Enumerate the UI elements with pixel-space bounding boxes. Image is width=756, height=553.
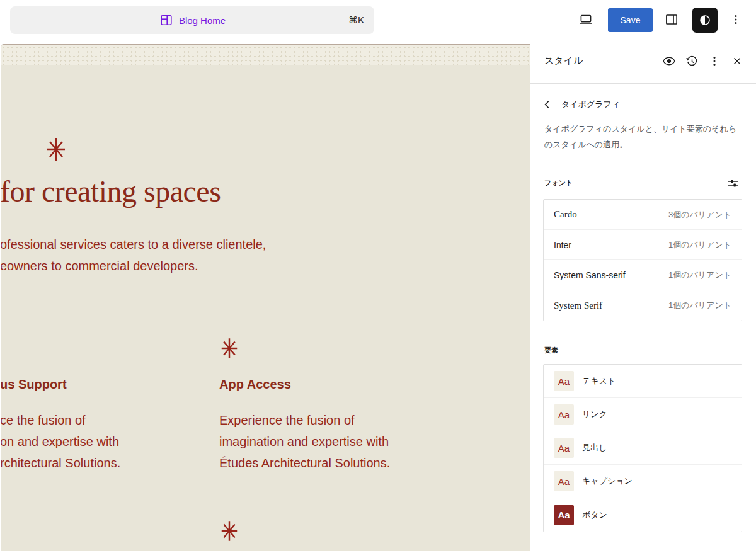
close-icon bbox=[730, 54, 744, 68]
hero-heading[interactable]: for creating spaces bbox=[1, 174, 220, 208]
font-name: System Serif bbox=[554, 300, 602, 311]
element-item-text[interactable]: Aa テキスト bbox=[544, 365, 742, 398]
element-label: キャプション bbox=[582, 476, 633, 487]
editor-canvas-frame: for creating spaces ofessional services … bbox=[0, 38, 530, 553]
font-name: System Sans-serif bbox=[554, 270, 626, 280]
asterisk-decoration[interactable] bbox=[220, 520, 238, 542]
settings-sidebar-toggle[interactable] bbox=[659, 7, 684, 32]
hero-paragraph-line1: ofessional services caters to a diverse … bbox=[1, 234, 266, 255]
preview-device-button[interactable] bbox=[573, 7, 598, 32]
template-icon bbox=[159, 13, 174, 28]
revisions-history-icon bbox=[684, 54, 699, 69]
caption-preview-swatch: Aa bbox=[554, 471, 574, 491]
asterisk-decoration[interactable] bbox=[46, 137, 66, 162]
heading-preview-swatch: Aa bbox=[554, 438, 574, 458]
feature-text-line: ce the fusion of bbox=[1, 409, 120, 431]
link-preview-swatch: Aa bbox=[554, 404, 574, 425]
font-variant-count: 1個のバリアント bbox=[668, 239, 731, 251]
element-item-heading[interactable]: Aa 見出し bbox=[544, 431, 742, 465]
style-book-button[interactable] bbox=[658, 50, 680, 72]
options-menu-icon bbox=[707, 54, 722, 69]
typography-back-button[interactable]: タイポグラフィ bbox=[537, 94, 625, 115]
font-name: Inter bbox=[554, 240, 571, 250]
typography-panel-title: タイポグラフィ bbox=[561, 99, 620, 110]
typography-description: タイポグラフィのスタイルと、サイト要素のそれらのスタイルへの適用。 bbox=[544, 121, 742, 152]
styles-sidebar: スタイル bbox=[530, 38, 756, 553]
element-item-button[interactable]: Aa ボタン bbox=[544, 498, 742, 532]
style-book-eye-icon bbox=[662, 54, 677, 69]
hero-paragraph[interactable]: ofessional services caters to a diverse … bbox=[1, 234, 266, 276]
font-item-system-serif[interactable]: System Serif 1個のバリアント bbox=[544, 290, 742, 321]
back-chevron-icon bbox=[542, 100, 553, 110]
button-preview-swatch: Aa bbox=[554, 505, 574, 525]
manage-fonts-button[interactable] bbox=[721, 171, 746, 196]
feature-text-line: on and expertise with bbox=[1, 431, 120, 452]
element-item-caption[interactable]: Aa キャプション bbox=[544, 465, 742, 498]
font-variant-count: 1個のバリアント bbox=[668, 300, 731, 311]
elements-section-label: 要素 bbox=[544, 346, 558, 355]
asterisk-decoration[interactable] bbox=[220, 337, 238, 360]
revisions-button[interactable] bbox=[680, 50, 703, 72]
font-settings-sliders-icon bbox=[726, 176, 741, 191]
styles-sidebar-header: スタイル bbox=[530, 38, 756, 84]
sidebar-title: スタイル bbox=[544, 55, 658, 67]
font-variant-count: 1個のバリアント bbox=[668, 270, 731, 281]
font-item-cardo[interactable]: Cardo 3個のバリアント bbox=[544, 200, 742, 230]
sidebar-toggle-icon bbox=[663, 11, 680, 28]
fonts-section-label: フォント bbox=[544, 178, 573, 188]
close-sidebar-button[interactable] bbox=[726, 50, 748, 72]
command-palette-label: Blog Home bbox=[179, 15, 226, 26]
more-menu-icon bbox=[728, 12, 743, 27]
element-item-link[interactable]: Aa リンク bbox=[544, 398, 742, 431]
feature-text-line: rchitectural Solutions. bbox=[1, 452, 120, 474]
element-label: ボタン bbox=[582, 510, 607, 521]
feature-heading: us Support bbox=[1, 377, 120, 392]
top-toolbar: Blog Home ⌘K Save bbox=[0, 0, 756, 38]
font-item-system-sans-serif[interactable]: System Sans-serif 1個のバリアント bbox=[544, 260, 742, 290]
styles-contrast-icon bbox=[697, 13, 713, 28]
element-label: リンク bbox=[582, 409, 607, 420]
font-variant-count: 3個のバリアント bbox=[668, 209, 731, 220]
feature-text-line: Études Architectural Solutions. bbox=[219, 452, 390, 474]
command-palette-button[interactable]: Blog Home ⌘K bbox=[10, 6, 374, 34]
element-label: テキスト bbox=[582, 375, 616, 387]
font-item-inter[interactable]: Inter 1個のバリアント bbox=[544, 230, 742, 260]
site-header-band bbox=[1, 45, 530, 65]
hero-paragraph-line2: eowners to commercial developers. bbox=[1, 255, 266, 276]
feature-text-line: Experience the fusion of bbox=[219, 409, 390, 431]
options-menu-button[interactable] bbox=[723, 7, 748, 32]
font-name: Cardo bbox=[554, 209, 577, 220]
text-preview-swatch: Aa bbox=[554, 371, 574, 391]
save-button[interactable]: Save bbox=[608, 8, 653, 32]
styles-button-active[interactable] bbox=[692, 8, 718, 33]
fonts-list: Cardo 3個のバリアント Inter 1個のバリアント System San… bbox=[543, 199, 742, 321]
feature-heading: App Access bbox=[219, 377, 390, 392]
desktop-preview-icon bbox=[578, 11, 594, 28]
elements-list: Aa テキスト Aa リンク Aa 見出し Aa キャプション Aa ボタン bbox=[543, 364, 742, 532]
site-preview-canvas[interactable]: for creating spaces ofessional services … bbox=[1, 44, 530, 551]
feature-text-line: imagination and expertise with bbox=[219, 431, 390, 452]
feature-column[interactable]: us Support ce the fusion of on and exper… bbox=[1, 377, 120, 474]
site-editor: Blog Home ⌘K Save bbox=[0, 0, 756, 553]
element-label: 見出し bbox=[582, 442, 607, 453]
styles-options-button[interactable] bbox=[703, 50, 726, 72]
keyboard-shortcut: ⌘K bbox=[348, 6, 364, 34]
feature-column[interactable]: App Access Experience the fusion of imag… bbox=[219, 377, 390, 474]
